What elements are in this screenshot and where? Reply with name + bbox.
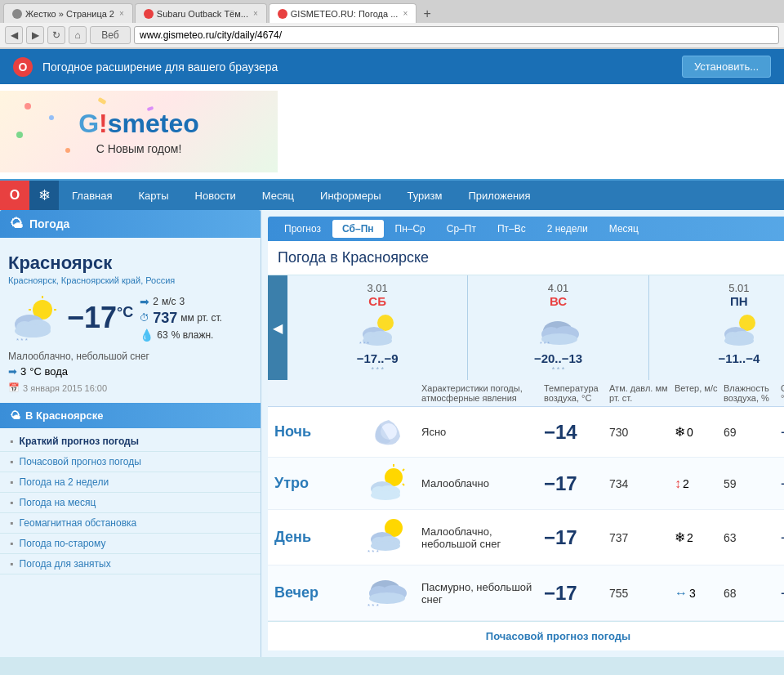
weather-current: * * * −17 °С ➡ 2 м/с 3 ⏱ 737 [8,292,252,344]
humidity-icon: 💧 [140,329,154,342]
city-link-1[interactable]: Красноярск [8,275,56,285]
tab-2-weeks[interactable]: 2 недели [537,220,598,238]
logo-g: G [78,109,99,138]
day-0-date: 3.01 [294,282,461,294]
nav-apps[interactable]: Приложения [455,181,543,210]
sidebar-link-label-2: Погода на 2 недели [20,476,109,488]
tab-sb-pn[interactable]: Сб–Пн [332,220,383,238]
logo-area: G!smeteo С Новым годом! [0,91,278,172]
tab-1[interactable]: Жестко » Страница 2 × [3,3,133,23]
weather-details: ➡ 2 м/с 3 ⏱ 737 мм рт. ст. 💧 63 % влажн. [140,293,222,343]
sidebar-section-header: 🌤 В Красноярске [0,403,261,428]
city-link-2[interactable]: Красноярский край [61,275,140,285]
day-card-0[interactable]: 3.01 СБ * * * −17..−9 * * * [287,275,468,380]
tab-3-label: GISMETEO.RU: Погода ... [291,9,399,19]
nav-bar: ◀ ▶ ↻ ⌂ Веб [0,23,784,48]
th-desc: Характеристики погоды, атмосферные явлен… [421,383,544,403]
sidebar-link-label-1: Почасовой прогноз погоды [20,456,141,467]
sidebar-link-label-5: Погода по-старому [20,538,106,549]
forward-button[interactable]: ▶ [26,26,44,44]
new-tab-button[interactable]: + [418,5,436,23]
address-bar[interactable] [134,26,779,44]
day-0-temp: −17..−9 [294,351,461,365]
nav-maps[interactable]: Карты [125,181,181,210]
feels-evening: −22 [781,587,784,600]
carousel-prev[interactable]: ◀ [268,275,287,380]
nav-news[interactable]: Новости [182,181,249,210]
sidebar-link-5[interactable]: ▪ Погода по-старому [0,534,261,554]
forecast-tabs: Прогноз Сб–Пн Пн–Ср Ср–Пт Пт–Вс 2 недели… [268,217,784,241]
sidebar-link-1[interactable]: ▪ Почасовой прогноз погоды [0,452,261,472]
tab-1-close[interactable]: × [119,9,124,18]
main-nav: O ❄ Главная Карты Новости Месяц Информер… [0,181,784,210]
nav-tourism[interactable]: Туризм [394,181,455,210]
day-card-2[interactable]: 5.01 ПН −11..−4 [649,275,784,380]
period-evening: Вечер [274,584,364,601]
sidebar-link-label-3: Погода на месяц [20,497,96,508]
tab-3-close[interactable]: × [403,9,408,18]
nav-opera-logo[interactable]: O [0,181,29,210]
tab-pt-vs[interactable]: Пт–Вс [488,220,536,238]
tab-sr-pt[interactable]: Ср–Пт [437,220,486,238]
th-humidity: Влажность воздуха, % [724,383,781,403]
temperature-display: −17 °С [67,301,133,335]
th-period [274,383,364,403]
humidity-row: 💧 63 % влажн. [140,329,222,342]
table-header: Характеристики погоды, атмосферные явлен… [268,380,784,407]
humidity-value: 63 [157,329,167,341]
wind-speed: 2 [153,296,158,307]
th-temp: Температура воздуха, °С [544,383,609,403]
tab-month[interactable]: Месяц [599,220,648,238]
tab-forecast[interactable]: Прогноз [274,220,331,238]
sidebar-link-4[interactable]: ▪ Геомагнитная обстановка [0,513,261,534]
sidebar-link-3[interactable]: ▪ Погода на месяц [0,493,261,513]
wind-evening-val: 3 [689,587,696,600]
hourly-forecast-link[interactable]: Почасовой прогноз погоды [268,621,784,650]
main-content: 🌤 Погода Красноярск Красноярск, Краснояр… [0,210,784,657]
period-night: Ночь [274,423,364,440]
tab-2[interactable]: Subaru Outback Тём... × [135,3,267,23]
pressure-icon: ⏱ [140,312,149,324]
wind-morning-icon: ↕ [675,476,681,491]
home-button[interactable]: ⌂ [69,26,87,44]
wind-row: ➡ 2 м/с 3 [140,295,222,308]
day-card-1[interactable]: 4.01 ВС * * * −20..−13 * * * [468,275,648,380]
sidebar-link-6[interactable]: ▪ Погода для занятых [0,554,261,574]
water-unit: °С вода [29,365,68,378]
day-1-snow: * * * [474,365,641,373]
svg-text:* * *: * * * [368,602,379,610]
tab-1-label: Жестко » Страница 2 [25,9,114,19]
humidity-day: 63 [724,531,781,544]
day-2-date: 5.01 [656,282,784,294]
sidebar-link-0[interactable]: ▪ Краткий прогноз погоды [0,431,261,452]
wind-day-val: 2 [687,531,693,544]
install-button[interactable]: Установить... [682,56,771,78]
row-evening: Вечер * * * Пасмурно, небольшой снег −17… [268,565,784,621]
temp-night: −14 [544,421,609,444]
pressure-row: ⏱ 737 мм рт. ст. [140,310,222,327]
tab-pn-sr[interactable]: Пн–Ср [385,220,435,238]
confetti-3 [97,97,106,105]
refresh-button[interactable]: ↻ [47,26,65,44]
tab-2-close[interactable]: × [253,9,258,18]
day-0-name: СБ [368,294,386,308]
tab-2-favicon [144,9,154,19]
nav-month[interactable]: Месяц [249,181,307,210]
content-area: Прогноз Сб–Пн Пн–Ср Ср–Пт Пт–Вс 2 недели… [261,210,784,657]
wind-morning-val: 2 [683,477,689,490]
sidebar-weather: Красноярск Красноярск, Красноярский край… [0,238,261,401]
nav-snowflake[interactable]: ❄ [29,181,59,210]
bullet-3: ▪ [10,497,13,508]
wind-day-icon: ❄ [675,530,685,545]
nav-home[interactable]: Главная [59,181,125,210]
tab-3[interactable]: GISMETEO.RU: Погода ... × [269,3,416,23]
wind-night-icon: ❄ [675,424,685,440]
web-button[interactable]: Веб [90,26,131,44]
row-morning: Утро Малооблачно −17 734 [268,458,784,510]
temp-evening: −17 [544,582,609,605]
sidebar-link-2[interactable]: ▪ Погода на 2 недели [0,472,261,493]
city-link-3[interactable]: Россия [145,275,175,285]
back-button[interactable]: ◀ [5,26,23,44]
nav-informers[interactable]: Информеры [307,181,394,210]
day-carousel: ◀ 3.01 СБ * * * [268,275,784,380]
